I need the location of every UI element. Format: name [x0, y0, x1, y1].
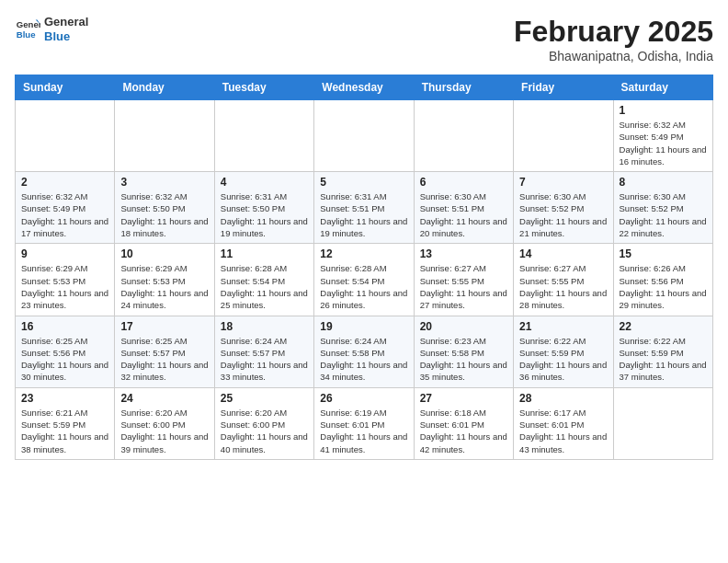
calendar-cell: 3Sunrise: 6:32 AMSunset: 5:50 PMDaylight… — [115, 172, 214, 244]
day-number: 6 — [420, 176, 507, 189]
calendar-cell: 28Sunrise: 6:17 AMSunset: 6:01 PMDayligh… — [514, 387, 613, 459]
calendar-cell — [613, 387, 712, 459]
day-info: Sunrise: 6:24 AMSunset: 5:57 PMDaylight:… — [221, 335, 308, 384]
logo-general: General — [44, 15, 88, 29]
calendar-cell: 6Sunrise: 6:30 AMSunset: 5:51 PMDaylight… — [414, 172, 513, 244]
day-number: 14 — [519, 247, 607, 260]
day-number: 15 — [620, 247, 707, 260]
calendar-header-wednesday: Wednesday — [314, 75, 414, 100]
day-info: Sunrise: 6:28 AMSunset: 5:54 PMDaylight:… — [221, 262, 308, 311]
day-number: 22 — [620, 320, 707, 333]
calendar-header-sunday: Sunday — [16, 75, 115, 100]
calendar-cell — [115, 100, 214, 172]
calendar-header-thursday: Thursday — [414, 75, 513, 100]
day-number: 3 — [120, 176, 208, 189]
header: General Blue General Blue February 2025 … — [15, 15, 713, 63]
calendar-week-2: 2Sunrise: 6:32 AMSunset: 5:49 PMDaylight… — [16, 172, 713, 244]
day-info: Sunrise: 6:31 AMSunset: 5:50 PMDaylight:… — [221, 190, 308, 239]
calendar-cell: 5Sunrise: 6:31 AMSunset: 5:51 PMDaylight… — [314, 172, 414, 244]
calendar-week-1: 1Sunrise: 6:32 AMSunset: 5:49 PMDaylight… — [16, 100, 713, 172]
calendar-cell: 24Sunrise: 6:20 AMSunset: 6:00 PMDayligh… — [115, 387, 214, 459]
month-title: February 2025 — [514, 15, 713, 49]
calendar-cell: 20Sunrise: 6:23 AMSunset: 5:58 PMDayligh… — [414, 316, 513, 387]
day-number: 21 — [519, 320, 607, 333]
day-info: Sunrise: 6:24 AMSunset: 5:58 PMDaylight:… — [320, 335, 407, 384]
calendar-week-4: 16Sunrise: 6:25 AMSunset: 5:56 PMDayligh… — [16, 316, 713, 387]
day-number: 1 — [620, 104, 707, 117]
day-number: 16 — [21, 320, 108, 333]
day-number: 5 — [320, 176, 407, 189]
day-info: Sunrise: 6:31 AMSunset: 5:51 PMDaylight:… — [320, 190, 407, 239]
day-number: 26 — [320, 392, 407, 405]
day-number: 7 — [519, 176, 607, 189]
day-number: 20 — [420, 320, 507, 333]
calendar-cell: 25Sunrise: 6:20 AMSunset: 6:00 PMDayligh… — [214, 387, 313, 459]
day-number: 2 — [21, 176, 108, 189]
calendar-cell: 19Sunrise: 6:24 AMSunset: 5:58 PMDayligh… — [314, 316, 414, 387]
day-info: Sunrise: 6:20 AMSunset: 6:00 PMDaylight:… — [221, 407, 308, 455]
calendar-cell: 21Sunrise: 6:22 AMSunset: 5:59 PMDayligh… — [514, 316, 613, 387]
day-info: Sunrise: 6:25 AMSunset: 5:57 PMDaylight:… — [120, 335, 208, 384]
day-number: 12 — [320, 247, 407, 260]
calendar-cell: 12Sunrise: 6:28 AMSunset: 5:54 PMDayligh… — [314, 244, 414, 316]
calendar-cell: 14Sunrise: 6:27 AMSunset: 5:55 PMDayligh… — [514, 244, 613, 316]
day-info: Sunrise: 6:30 AMSunset: 5:52 PMDaylight:… — [519, 190, 607, 239]
day-info: Sunrise: 6:26 AMSunset: 5:56 PMDaylight:… — [620, 262, 707, 311]
day-info: Sunrise: 6:32 AMSunset: 5:49 PMDaylight:… — [620, 119, 707, 167]
day-number: 28 — [519, 392, 607, 405]
calendar-cell: 23Sunrise: 6:21 AMSunset: 5:59 PMDayligh… — [16, 387, 115, 459]
day-info: Sunrise: 6:28 AMSunset: 5:54 PMDaylight:… — [320, 262, 407, 311]
day-info: Sunrise: 6:32 AMSunset: 5:50 PMDaylight:… — [120, 190, 208, 239]
calendar-cell: 22Sunrise: 6:22 AMSunset: 5:59 PMDayligh… — [613, 316, 712, 387]
day-info: Sunrise: 6:22 AMSunset: 5:59 PMDaylight:… — [519, 335, 607, 384]
calendar-header-tuesday: Tuesday — [214, 75, 313, 100]
calendar-cell: 18Sunrise: 6:24 AMSunset: 5:57 PMDayligh… — [214, 316, 313, 387]
day-number: 24 — [120, 392, 208, 405]
svg-text:Blue: Blue — [17, 29, 36, 39]
calendar-body: 1Sunrise: 6:32 AMSunset: 5:49 PMDaylight… — [16, 100, 713, 460]
calendar-cell — [414, 100, 513, 172]
day-info: Sunrise: 6:19 AMSunset: 6:01 PMDaylight:… — [320, 407, 407, 455]
calendar: SundayMondayTuesdayWednesdayThursdayFrid… — [15, 75, 713, 460]
day-info: Sunrise: 6:17 AMSunset: 6:01 PMDaylight:… — [519, 407, 607, 455]
calendar-cell — [514, 100, 613, 172]
day-info: Sunrise: 6:20 AMSunset: 6:00 PMDaylight:… — [120, 407, 208, 455]
calendar-cell: 4Sunrise: 6:31 AMSunset: 5:50 PMDaylight… — [214, 172, 313, 244]
calendar-week-5: 23Sunrise: 6:21 AMSunset: 5:59 PMDayligh… — [16, 387, 713, 459]
calendar-cell: 9Sunrise: 6:29 AMSunset: 5:53 PMDaylight… — [16, 244, 115, 316]
calendar-cell: 16Sunrise: 6:25 AMSunset: 5:56 PMDayligh… — [16, 316, 115, 387]
logo-icon: General Blue — [15, 17, 40, 42]
day-info: Sunrise: 6:27 AMSunset: 5:55 PMDaylight:… — [420, 262, 507, 311]
day-number: 10 — [120, 247, 208, 260]
calendar-cell: 13Sunrise: 6:27 AMSunset: 5:55 PMDayligh… — [414, 244, 513, 316]
day-number: 23 — [21, 392, 108, 405]
day-info: Sunrise: 6:30 AMSunset: 5:52 PMDaylight:… — [620, 190, 707, 239]
calendar-cell: 8Sunrise: 6:30 AMSunset: 5:52 PMDaylight… — [613, 172, 712, 244]
day-info: Sunrise: 6:32 AMSunset: 5:49 PMDaylight:… — [21, 190, 108, 239]
day-info: Sunrise: 6:29 AMSunset: 5:53 PMDaylight:… — [120, 262, 208, 311]
calendar-cell — [16, 100, 115, 172]
day-number: 13 — [420, 247, 507, 260]
calendar-cell: 2Sunrise: 6:32 AMSunset: 5:49 PMDaylight… — [16, 172, 115, 244]
calendar-cell: 1Sunrise: 6:32 AMSunset: 5:49 PMDaylight… — [613, 100, 712, 172]
calendar-cell: 7Sunrise: 6:30 AMSunset: 5:52 PMDaylight… — [514, 172, 613, 244]
day-number: 4 — [221, 176, 308, 189]
day-number: 17 — [120, 320, 208, 333]
day-info: Sunrise: 6:23 AMSunset: 5:58 PMDaylight:… — [420, 335, 507, 384]
day-info: Sunrise: 6:27 AMSunset: 5:55 PMDaylight:… — [519, 262, 607, 311]
calendar-cell: 26Sunrise: 6:19 AMSunset: 6:01 PMDayligh… — [314, 387, 414, 459]
calendar-cell — [214, 100, 313, 172]
calendar-header-row: SundayMondayTuesdayWednesdayThursdayFrid… — [16, 75, 713, 100]
day-number: 11 — [221, 247, 308, 260]
calendar-header-monday: Monday — [115, 75, 214, 100]
calendar-cell — [314, 100, 414, 172]
title-area: February 2025 Bhawanipatna, Odisha, Indi… — [514, 15, 713, 63]
day-info: Sunrise: 6:25 AMSunset: 5:56 PMDaylight:… — [21, 335, 108, 384]
calendar-cell: 11Sunrise: 6:28 AMSunset: 5:54 PMDayligh… — [214, 244, 313, 316]
calendar-cell: 27Sunrise: 6:18 AMSunset: 6:01 PMDayligh… — [414, 387, 513, 459]
calendar-cell: 10Sunrise: 6:29 AMSunset: 5:53 PMDayligh… — [115, 244, 214, 316]
day-info: Sunrise: 6:18 AMSunset: 6:01 PMDaylight:… — [420, 407, 507, 455]
calendar-cell: 17Sunrise: 6:25 AMSunset: 5:57 PMDayligh… — [115, 316, 214, 387]
logo-blue: Blue — [44, 29, 88, 44]
day-number: 18 — [221, 320, 308, 333]
